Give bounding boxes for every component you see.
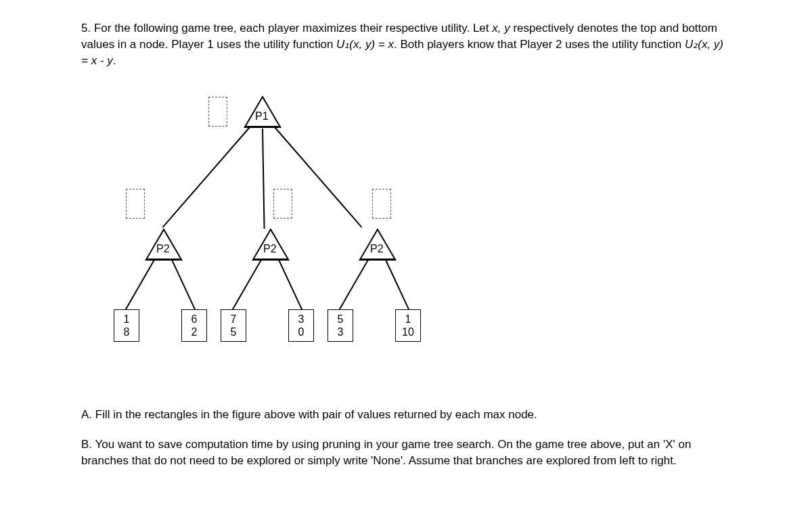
edge-l4 [278,260,302,311]
var-xy: x, y [492,22,510,35]
leaf-3-top: 7 [231,313,237,326]
leaf-3: 7 5 [221,309,246,342]
p2-mid-node: P2 [252,228,290,261]
p2-left-answer-box[interactable] [126,189,145,219]
p2-right-node: P2 [359,228,397,261]
edge-l5 [338,260,369,311]
edge-p1-mid [262,129,265,229]
edge-l3 [231,260,262,311]
leaf-1: 1 8 [114,309,139,342]
leaf-4: 3 0 [288,309,314,342]
u1-func: U₁(x, y) = x [336,38,394,51]
problem-number: 5. [81,22,91,35]
leaf-6-top: 1 [405,313,411,326]
root-answer-box[interactable] [208,97,227,127]
leaf-5: 5 3 [328,309,353,342]
leaf-5-bottom: 3 [338,326,344,338]
edge-p1-left [162,127,250,228]
intro-a: For the following game tree, each player… [94,22,492,35]
leaf-1-top: 1 [124,313,130,326]
p2-right-label: P2 [370,242,384,256]
leaf-4-top: 3 [298,313,304,326]
leaf-6: 1 10 [395,309,421,342]
p1-label: P1 [255,109,269,124]
game-tree: P1 P2 P2 P2 1 8 6 2 7 5 3 0 5 [102,95,508,380]
p2-left-label: P2 [156,242,170,256]
edge-l6 [385,260,409,311]
intro-c: . Both players know that Player 2 uses t… [394,38,685,51]
edge-l1 [125,260,155,311]
intro-d: . [113,54,116,67]
leaf-2: 6 2 [181,309,207,342]
leaf-3-bottom: 5 [231,326,237,338]
leaf-5-top: 5 [338,313,344,326]
leaf-6-bottom: 10 [402,326,414,338]
leaf-2-bottom: 2 [191,326,198,338]
p2-mid-label: P2 [263,242,277,256]
leaf-2-top: 6 [191,313,198,326]
part-a: A. Fill in the rectangles in the figure … [81,407,731,423]
edge-l2 [171,260,196,311]
p2-left-node: P2 [145,228,183,261]
problem-statement: 5. For the following game tree, each pla… [81,20,731,68]
leaf-1-bottom: 8 [124,326,130,338]
part-b: B. You want to save computation time by … [81,437,731,469]
leaf-4-bottom: 0 [298,326,304,338]
p1-node: P1 [244,95,281,128]
p2-right-answer-box[interactable] [372,189,391,219]
p2-mid-answer-box[interactable] [273,189,292,219]
